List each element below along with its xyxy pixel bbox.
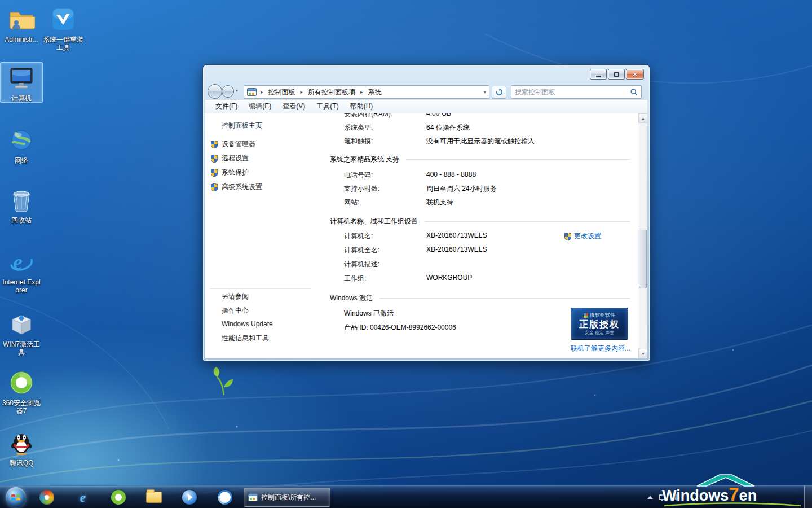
internet-explorer-icon: e: [80, 490, 86, 505]
menu-edit[interactable]: 编辑(E): [243, 100, 277, 113]
internet-explorer-icon: e: [8, 248, 35, 275]
support-hours-row: 支持小时数: 周日至周六 24小时服务: [318, 184, 638, 194]
forward-button[interactable]: →: [222, 85, 234, 98]
taskbar-icon-browser[interactable]: [210, 486, 240, 508]
change-settings-link[interactable]: 更改设置: [574, 231, 601, 241]
sidebar-item-performance-tools[interactable]: 性能信息和工具: [222, 334, 269, 343]
close-button[interactable]: ×: [626, 69, 644, 80]
back-button[interactable]: ←: [208, 84, 222, 99]
taskbar-icon-internet-explorer[interactable]: e: [68, 486, 98, 508]
desktop-icon-reinstall-tool[interactable]: 系统一键重装工具: [42, 3, 85, 52]
volume-icon[interactable]: [672, 494, 677, 501]
desktop-icon-administrator[interactable]: Administr...: [0, 3, 43, 44]
activator-box-icon: [8, 310, 35, 338]
maximize-icon: [614, 72, 619, 77]
sidebar-item-action-center[interactable]: 操作中心: [222, 306, 249, 316]
desktop-icon-qq[interactable]: 腾讯QQ: [0, 427, 43, 467]
recent-pages-dropdown[interactable]: ▾: [236, 88, 238, 93]
reinstall-tool-icon: [50, 6, 77, 33]
desktop-icon-recycle-bin[interactable]: 回收站: [0, 184, 43, 225]
refresh-button[interactable]: [492, 86, 506, 99]
computer-description-row: 计算机描述:: [318, 260, 638, 270]
icon-label: 计算机: [1, 94, 42, 102]
desktop-icon-win7-activator[interactable]: WIN7激活工具: [0, 308, 43, 357]
breadcrumb-all-items[interactable]: 所有控制面板项: [307, 87, 356, 98]
start-button[interactable]: [6, 487, 26, 507]
breadcrumb-system[interactable]: 系统: [367, 87, 383, 98]
breadcrumb-separator: ▸: [357, 89, 367, 95]
microsoft-flag-icon: [584, 313, 588, 318]
icon-label: Administr...: [1, 36, 42, 43]
sidebar-item-remote-settings[interactable]: 远程设置: [211, 154, 249, 163]
desktop-icon-computer[interactable]: 计算机: [0, 62, 43, 103]
online-support-link[interactable]: 联机支持: [426, 198, 453, 207]
computer-name-section-title: 计算机名称、域和工作组设置: [330, 217, 630, 226]
uac-shield-icon: [211, 141, 218, 148]
desktop-icon-360-browser[interactable]: 360安全浏览器7: [0, 367, 43, 415]
menu-bar: 文件(F) 编辑(E) 查看(V) 工具(T) 帮助(H): [205, 100, 647, 113]
icon-label: 系统一键重装工具: [42, 36, 84, 51]
icon-label: 回收站: [1, 216, 42, 224]
system-info-panel: 安装内存(RAM): 4.00 GB 系统类型: 64 位操作系统 笔和触摸: …: [318, 113, 638, 358]
scrollbar-thumb[interactable]: [639, 230, 647, 288]
sidebar-item-control-panel-home[interactable]: 控制面板主页: [222, 121, 262, 130]
learn-more-online-link[interactable]: 联机了解更多内容...: [571, 344, 630, 353]
address-dropdown-icon[interactable]: ▾: [483, 89, 486, 95]
windows-flag-icon: [11, 492, 21, 502]
desktop-icon-network[interactable]: 网络: [0, 124, 43, 165]
refresh-icon: [495, 88, 504, 97]
menu-help[interactable]: 帮助(H): [345, 100, 379, 113]
installed-memory-row: 安装内存(RAM): 4.00 GB: [318, 113, 638, 120]
taskbar-icon-media[interactable]: [32, 486, 62, 508]
maximize-button[interactable]: [608, 69, 625, 80]
sidebar-item-system-protection[interactable]: 系统保护: [211, 168, 249, 177]
search-icon[interactable]: [630, 88, 638, 96]
show-desktop-button[interactable]: [804, 486, 812, 508]
pen-touch-row: 笔和触摸: 没有可用于此显示器的笔或触控输入: [318, 137, 638, 147]
search-box: [511, 85, 642, 99]
windows-activation-section-title: Windows 激活: [330, 294, 630, 303]
desktop: Administr... 系统一键重装工具 计算机 网络: [0, 0, 812, 508]
scroll-down-button[interactable]: ▼: [638, 349, 647, 358]
control-panel-icon: [248, 493, 258, 501]
minimize-button[interactable]: [590, 69, 607, 80]
desktop-icon-internet-explorer[interactable]: e Internet Explorer: [0, 246, 43, 295]
breadcrumb-separator: ▸: [297, 89, 307, 95]
network-icon[interactable]: [659, 494, 666, 500]
uac-shield-icon: [211, 169, 218, 177]
tray-overflow-icon[interactable]: [647, 496, 653, 499]
see-also-separator: [210, 288, 311, 289]
menu-tools[interactable]: 工具(T): [311, 100, 344, 113]
scroll-up-button[interactable]: ▲: [638, 113, 647, 123]
wallpaper-sprout: [211, 365, 236, 396]
360-browser-icon: [8, 369, 35, 396]
menu-view[interactable]: 查看(V): [277, 100, 311, 113]
taskbar: e 控制面板\所有控...: [0, 485, 812, 508]
vertical-scrollbar[interactable]: ▲ ▼: [638, 113, 647, 358]
network-globe-icon: [8, 126, 35, 154]
search-input[interactable]: [515, 88, 630, 96]
taskbar-active-task[interactable]: 控制面板\所有控...: [244, 488, 330, 507]
user-folder-icon: [8, 6, 35, 33]
change-settings[interactable]: 更改设置: [564, 231, 601, 241]
genuine-software-badge: 微软® 软件 正版授权 安全 稳定 声誉: [571, 308, 628, 340]
control-panel-icon: [247, 88, 257, 96]
window-client-area: 文件(F) 编辑(E) 查看(V) 工具(T) 帮助(H) 控制面板主页 设备管…: [205, 100, 647, 358]
sidebar: 控制面板主页 设备管理器 远程设置 系统保护: [205, 113, 318, 358]
system-tray: [647, 486, 677, 508]
close-icon: ×: [633, 71, 637, 78]
breadcrumb-control-panel[interactable]: 控制面板: [267, 87, 297, 98]
sidebar-item-advanced-settings[interactable]: 高级系统设置: [211, 182, 262, 192]
taskbar-icon-360-browser[interactable]: [103, 486, 134, 508]
address-bar[interactable]: ▸ 控制面板 ▸ 所有控制面板项 ▸ 系统 ▾: [244, 85, 489, 99]
sidebar-item-device-manager[interactable]: 设备管理器: [211, 139, 255, 149]
taskbar-icon-media-player[interactable]: [174, 486, 205, 508]
icon-label: WIN7激活工具: [1, 340, 42, 356]
folder-icon: [146, 492, 162, 503]
support-section-title: 系统之家精品系统 支持: [330, 155, 630, 164]
uac-shield-icon: [564, 233, 571, 240]
computer-fullname-row: 计算机全名: XB-20160713WELS: [318, 246, 638, 256]
sidebar-item-windows-update[interactable]: Windows Update: [222, 320, 273, 328]
menu-file[interactable]: 文件(F): [210, 100, 243, 113]
taskbar-icon-explorer[interactable]: [139, 486, 169, 508]
